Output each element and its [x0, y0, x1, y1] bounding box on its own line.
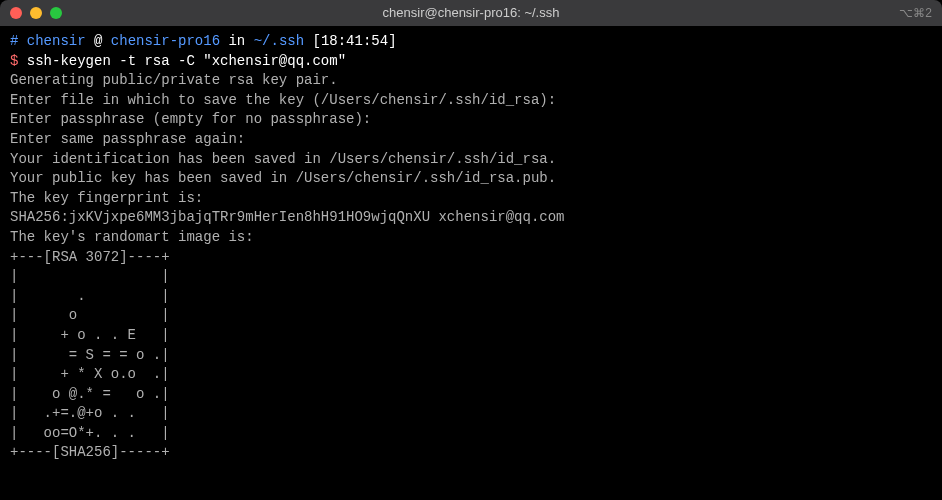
randomart-line: +---[RSA 3072]----+	[10, 248, 932, 268]
output-line: Enter same passphrase again:	[10, 130, 932, 150]
randomart-line: | + o . . E |	[10, 326, 932, 346]
prompt-line: # chensir @ chensir-pro16 in ~/.ssh [18:…	[10, 32, 932, 52]
prompt-in: in	[228, 33, 245, 49]
randomart-line: | o |	[10, 306, 932, 326]
output-line: Enter passphrase (empty for no passphras…	[10, 110, 932, 130]
maximize-button[interactable]	[50, 7, 62, 19]
output-line: Your public key has been saved in /Users…	[10, 169, 932, 189]
output-line: Generating public/private rsa key pair.	[10, 71, 932, 91]
terminal-content[interactable]: # chensir @ chensir-pro16 in ~/.ssh [18:…	[0, 26, 942, 469]
randomart-line: | . |	[10, 287, 932, 307]
randomart-line: | |	[10, 267, 932, 287]
prompt-time: [18:41:54]	[313, 33, 397, 49]
close-button[interactable]	[10, 7, 22, 19]
window-title: chensir@chensir-pro16: ~/.ssh	[383, 4, 560, 22]
prompt-host: chensir-pro16	[111, 33, 220, 49]
command-line: $ ssh-keygen -t rsa -C "xchensir@qq.com"	[10, 52, 932, 72]
randomart-line: | = S = = o .|	[10, 346, 932, 366]
window-shortcut-label: ⌥⌘2	[899, 5, 932, 22]
randomart-line: | oo=O*+. . . |	[10, 424, 932, 444]
prompt-user: chensir	[27, 33, 86, 49]
traffic-lights	[10, 7, 62, 19]
output-line: Enter file in which to save the key (/Us…	[10, 91, 932, 111]
randomart-line: | o @.* = o .|	[10, 385, 932, 405]
prompt-path: ~/.ssh	[254, 33, 304, 49]
output-line: The key fingerprint is:	[10, 189, 932, 209]
output-line: The key's randomart image is:	[10, 228, 932, 248]
output-line: SHA256:jxKVjxpe6MM3jbajqTRr9mHerIen8hH91…	[10, 208, 932, 228]
command-text: ssh-keygen -t rsa -C "xchensir@qq.com"	[27, 53, 346, 69]
randomart-line: | + * X o.o .|	[10, 365, 932, 385]
randomart-line: +----[SHA256]-----+	[10, 443, 932, 463]
minimize-button[interactable]	[30, 7, 42, 19]
output-line: Your identification has been saved in /U…	[10, 150, 932, 170]
randomart-line: | .+=.@+o . . |	[10, 404, 932, 424]
window-titlebar: chensir@chensir-pro16: ~/.ssh ⌥⌘2	[0, 0, 942, 26]
